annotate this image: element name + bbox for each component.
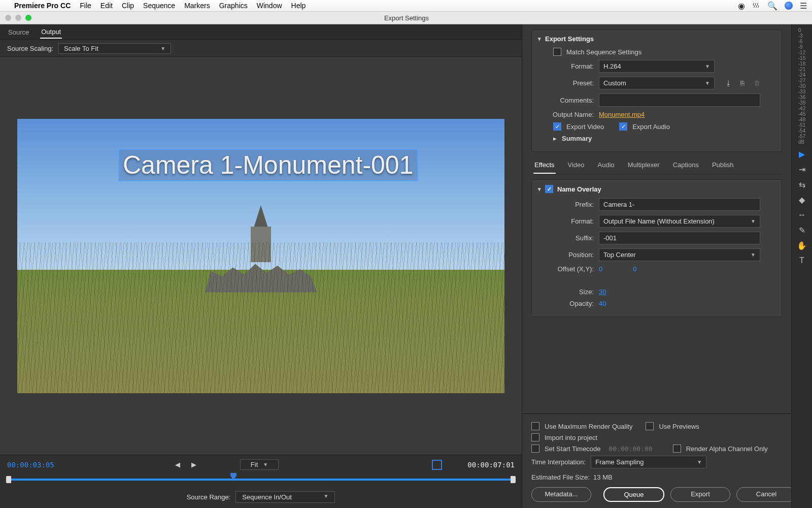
menu-help[interactable]: Help — [291, 2, 306, 10]
offset-y-value[interactable]: 0 — [633, 265, 636, 273]
timecode-in[interactable]: 00:00:03:05 — [7, 461, 54, 469]
type-tool-icon[interactable]: T — [796, 255, 808, 267]
source-range-label: Source Range: — [187, 493, 231, 501]
opacity-label: Opacity: — [538, 300, 594, 307]
step-back-icon[interactable]: ◀ — [172, 461, 183, 468]
tab-audio[interactable]: Audio — [597, 161, 616, 174]
source-range-select[interactable]: Sequence In/Out ▼ — [235, 491, 335, 503]
use-previews-checkbox[interactable] — [646, 422, 654, 430]
wifi-icon[interactable]: ᯾ — [752, 1, 760, 10]
razor-tool-icon[interactable]: ◆ — [796, 194, 808, 206]
pen-tool-icon[interactable]: ✎ — [796, 224, 808, 236]
position-value: Top Center — [603, 251, 636, 259]
selection-tool-icon[interactable]: ▶ — [796, 148, 808, 160]
output-name-link[interactable]: Monument.mp4 — [599, 111, 645, 118]
position-select[interactable]: Top Center ▼ — [599, 248, 760, 261]
opacity-value[interactable]: 40 — [599, 300, 606, 307]
notification-center-icon[interactable]: ☰ — [800, 1, 807, 11]
prefix-input[interactable]: Camera 1- — [599, 198, 760, 211]
render-alpha-checkbox[interactable] — [673, 444, 681, 453]
window-zoom-icon[interactable] — [25, 15, 31, 21]
range-out-handle[interactable] — [511, 476, 516, 483]
queue-button[interactable]: Queue — [603, 487, 664, 502]
tab-video[interactable]: Video — [567, 161, 586, 174]
source-scaling-select[interactable]: Scale To Fit ▼ — [58, 43, 171, 54]
preview-controls: 00:00:03:05 ◀ ▶ Fit ▼ 00:00:07:01 — [0, 455, 522, 508]
preview-grass — [17, 242, 504, 393]
chevron-right-icon[interactable]: ▸ — [553, 135, 557, 142]
size-value[interactable]: 30 — [599, 288, 606, 296]
export-settings-dialog: Source Output Source Scaling: Scale To F… — [0, 24, 812, 508]
preset-label: Preset: — [538, 79, 594, 87]
render-alpha-label: Render Alpha Channel Only — [686, 445, 768, 453]
app-name[interactable]: Premiere Pro CC — [14, 2, 71, 10]
menu-clip[interactable]: Clip — [122, 2, 134, 10]
format-value: H.264 — [603, 62, 621, 70]
preset-select[interactable]: Custom ▼ — [599, 77, 715, 89]
suffix-input[interactable]: -001 — [599, 232, 760, 244]
chevron-down-icon[interactable]: ▾ — [538, 36, 541, 42]
zoom-fit-select[interactable]: Fit ▼ — [240, 459, 279, 470]
cancel-button[interactable]: Cancel — [736, 487, 796, 502]
settings-tabs: Effects Video Audio Multiplexer Captions… — [532, 158, 781, 174]
spotlight-icon[interactable]: 🔍 — [767, 1, 777, 11]
import-project-checkbox[interactable] — [531, 433, 539, 441]
tab-captions[interactable]: Captions — [672, 161, 700, 174]
chevron-down-icon: ▼ — [705, 64, 710, 69]
audio-scale: 0-3-6 -9-12-15 -18-21-24 -27-30-33 -36-3… — [798, 27, 805, 145]
source-range-slider[interactable] — [7, 474, 515, 485]
tab-multiplexer[interactable]: Multiplexer — [627, 161, 661, 174]
position-label: Position: — [538, 251, 594, 259]
match-sequence-checkbox[interactable] — [553, 48, 561, 56]
offset-x-value[interactable]: 0 — [599, 265, 602, 273]
tab-source[interactable]: Source — [7, 26, 30, 38]
menu-graphics[interactable]: Graphics — [219, 2, 248, 10]
preset-value: Custom — [603, 79, 626, 87]
ripple-tool-icon[interactable]: ⇥ — [796, 163, 808, 175]
prefix-label: Prefix: — [538, 201, 594, 208]
format-select[interactable]: H.264 ▼ — [599, 60, 715, 73]
name-overlay-checkbox[interactable] — [545, 185, 553, 193]
cc-cloud-icon[interactable]: ◉ — [738, 1, 745, 11]
window-minimize-icon[interactable] — [15, 15, 21, 21]
use-max-render-checkbox[interactable] — [531, 422, 539, 430]
menu-window[interactable]: Window — [257, 2, 282, 10]
comments-input[interactable] — [599, 93, 760, 107]
chevron-down-icon: ▼ — [697, 459, 702, 465]
export-audio-checkbox[interactable] — [619, 122, 627, 131]
save-preset-icon[interactable]: ⭳ — [724, 79, 733, 87]
menu-edit[interactable]: Edit — [100, 2, 113, 10]
name-overlay-text[interactable]: Camera 1-Monument-001 — [119, 149, 418, 181]
step-forward-icon[interactable]: ▶ — [188, 461, 199, 468]
preview-canvas[interactable]: Camera 1-Monument-001 — [17, 119, 504, 393]
tab-publish[interactable]: Publish — [711, 161, 735, 174]
window-close-icon[interactable] — [5, 15, 11, 21]
import-preset-icon[interactable]: ⎘ — [738, 79, 747, 87]
siri-icon[interactable] — [785, 2, 793, 10]
chevron-down-icon[interactable]: ▾ — [538, 186, 541, 193]
preview-pane: Source Output Source Scaling: Scale To F… — [0, 24, 522, 508]
rolling-tool-icon[interactable]: ⇆ — [796, 178, 808, 190]
range-in-handle[interactable] — [6, 476, 11, 483]
time-interp-select[interactable]: Frame Sampling ▼ — [591, 456, 706, 468]
timecode-out: 00:00:07:01 — [467, 461, 515, 469]
source-scaling-row: Source Scaling: Scale To Fit ▼ — [0, 40, 522, 57]
slip-tool-icon[interactable]: ↔ — [796, 209, 808, 221]
menu-sequence[interactable]: Sequence — [143, 2, 175, 10]
time-interp-value: Frame Sampling — [595, 458, 644, 466]
tab-output[interactable]: Output — [40, 26, 62, 39]
preview-area: Camera 1-Monument-001 — [0, 57, 522, 455]
metadata-button[interactable]: Metadata... — [531, 487, 591, 502]
menu-file[interactable]: File — [80, 2, 91, 10]
summary-header[interactable]: Summary — [562, 135, 592, 142]
aspect-crop-icon[interactable] — [432, 460, 442, 470]
menu-markers[interactable]: Markers — [184, 2, 210, 10]
chevron-down-icon: ▼ — [751, 218, 756, 224]
tab-effects[interactable]: Effects — [533, 161, 556, 174]
export-video-checkbox[interactable] — [553, 122, 561, 131]
hand-tool-icon[interactable]: ✋ — [796, 239, 808, 251]
set-start-tc-checkbox[interactable] — [531, 444, 539, 453]
export-button[interactable]: Export — [670, 487, 730, 502]
overlay-format-select[interactable]: Output File Name (Without Extension) ▼ — [599, 215, 760, 228]
chevron-down-icon: ▼ — [751, 252, 756, 258]
